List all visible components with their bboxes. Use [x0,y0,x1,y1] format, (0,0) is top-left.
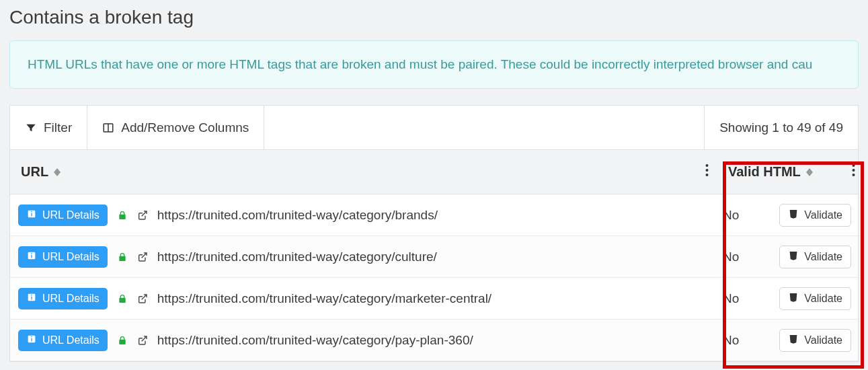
cell-valid-html: NoValidate [720,204,858,227]
lock-icon [117,293,128,304]
external-link-icon[interactable] [137,335,148,346]
table-toolbar: Filter Add/Remove Columns Showing 1 to 4… [10,106,858,150]
validate-button[interactable]: Validate [779,329,851,352]
svg-rect-23 [31,336,32,337]
svg-point-4 [705,174,708,176]
svg-rect-18 [31,296,32,299]
info-icon [26,209,37,222]
columns-button-label: Add/Remove Columns [121,120,249,135]
html5-icon [788,334,799,347]
url-details-button-label: URL Details [42,334,100,346]
svg-point-5 [853,164,855,167]
lock-icon [117,252,128,262]
url-text[interactable]: https://trunited.com/trunited-way/catego… [157,333,473,348]
external-link-icon[interactable] [137,293,148,304]
kebab-icon[interactable] [852,163,855,180]
column-header-valid-html-label: Valid HTML [728,164,801,180]
column-header-url-label: URL [21,164,48,180]
cell-url: URL Detailshttps://trunited.com/trunited… [18,330,693,351]
table-row: URL Detailshttps://trunited.com/trunited… [10,320,858,361]
columns-button[interactable]: Add/Remove Columns [87,106,264,149]
cell-valid-html: NoValidate [720,246,858,268]
url-text[interactable]: https://trunited.com/trunited-way/catego… [157,291,491,306]
svg-point-6 [853,169,855,172]
table-row: URL Detailshttps://trunited.com/trunited… [10,194,858,236]
svg-rect-10 [31,213,32,216]
valid-html-value: No [723,291,739,306]
validate-button[interactable]: Validate [779,204,851,227]
cell-valid-html: NoValidate [720,287,858,310]
external-link-icon[interactable] [137,252,148,262]
cell-url: URL Detailshttps://trunited.com/trunited… [18,288,693,309]
cell-url: URL Detailshttps://trunited.com/trunited… [18,246,693,268]
svg-rect-22 [31,338,32,341]
url-details-button-label: URL Details [42,209,100,221]
sort-icon [806,168,813,176]
info-icon [26,250,37,264]
valid-html-value: No [723,333,739,348]
url-details-button[interactable]: URL Details [18,205,108,226]
showing-text: Showing 1 to 49 of 49 [705,106,858,149]
columns-icon [102,122,114,134]
url-text[interactable]: https://trunited.com/trunited-way/catego… [157,250,437,264]
info-icon [26,334,37,347]
html5-icon [788,209,799,222]
column-header-valid-html[interactable]: Valid HTML [720,150,858,194]
url-text[interactable]: https://trunited.com/trunited-way/catego… [157,208,438,223]
table-row: URL Detailshttps://trunited.com/trunited… [10,236,858,278]
lock-icon [117,335,128,346]
column-header-url[interactable]: URL [10,150,693,194]
validate-button-label: Validate [804,334,842,346]
filter-icon [25,122,37,134]
url-details-button[interactable]: URL Details [18,330,108,351]
page-title: Contains a broken tag [9,0,859,40]
column-menu-url[interactable] [693,150,720,194]
url-details-button[interactable]: URL Details [18,246,108,268]
cell-url: URL Detailshttps://trunited.com/trunited… [18,205,693,226]
sort-icon [54,168,61,176]
svg-rect-14 [31,254,32,258]
valid-html-value: No [723,208,739,223]
svg-rect-11 [31,211,32,212]
validate-button-label: Validate [804,293,842,305]
table-body: URL Detailshttps://trunited.com/trunited… [10,194,858,361]
validate-button-label: Validate [804,251,842,263]
url-details-button-label: URL Details [42,251,100,263]
validate-button[interactable]: Validate [779,246,851,268]
external-link-icon[interactable] [137,210,148,221]
cell-valid-html: NoValidate [720,329,858,352]
validate-button[interactable]: Validate [779,287,851,310]
svg-point-2 [705,164,708,167]
kebab-icon [705,163,709,180]
table-row: URL Detailshttps://trunited.com/trunited… [10,278,858,320]
validate-button-label: Validate [804,209,842,221]
info-icon [26,292,37,305]
html5-icon [788,250,799,264]
filter-button-label: Filter [44,120,72,135]
svg-rect-19 [31,295,32,295]
info-banner: HTML URLs that have one or more HTML tag… [9,40,859,89]
svg-point-7 [853,174,855,176]
html5-icon [788,292,799,305]
table-card: Filter Add/Remove Columns Showing 1 to 4… [9,105,859,362]
url-details-button[interactable]: URL Details [18,288,108,309]
valid-html-value: No [723,250,739,264]
svg-point-3 [705,169,708,172]
url-details-button-label: URL Details [42,293,100,305]
lock-icon [117,210,128,221]
filter-button[interactable]: Filter [10,106,87,149]
svg-rect-15 [31,253,32,254]
table-header: URL Valid HTML [10,150,858,194]
